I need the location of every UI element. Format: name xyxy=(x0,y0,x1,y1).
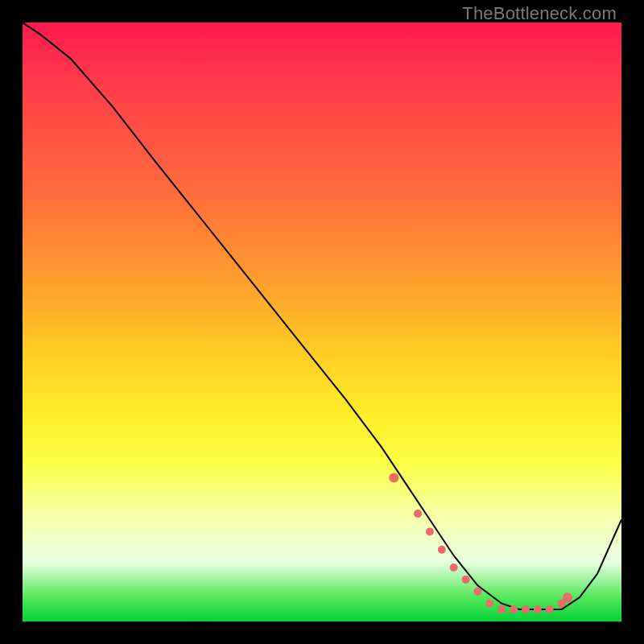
highlight-dot xyxy=(510,605,518,613)
plot-area xyxy=(23,23,621,621)
highlight-dot xyxy=(414,510,422,518)
highlight-dot xyxy=(462,576,470,584)
highlight-dot xyxy=(497,605,506,613)
highlight-dot xyxy=(438,546,446,554)
highlight-dot xyxy=(485,600,493,608)
highlight-dot xyxy=(563,592,572,602)
watermark-text: TheBottleneck.com xyxy=(462,3,617,24)
highlight-dot xyxy=(389,473,398,482)
highlight-dot xyxy=(546,605,554,613)
highlight-dot xyxy=(473,588,481,596)
highlight-dot xyxy=(522,605,530,613)
curve-layer xyxy=(23,23,621,621)
highlight-dots xyxy=(389,473,572,613)
highlight-dot xyxy=(426,527,434,535)
highlight-dot xyxy=(450,564,458,572)
bottleneck-curve xyxy=(23,23,621,609)
highlight-dot xyxy=(534,605,542,613)
chart-frame: TheBottleneck.com xyxy=(0,0,644,644)
